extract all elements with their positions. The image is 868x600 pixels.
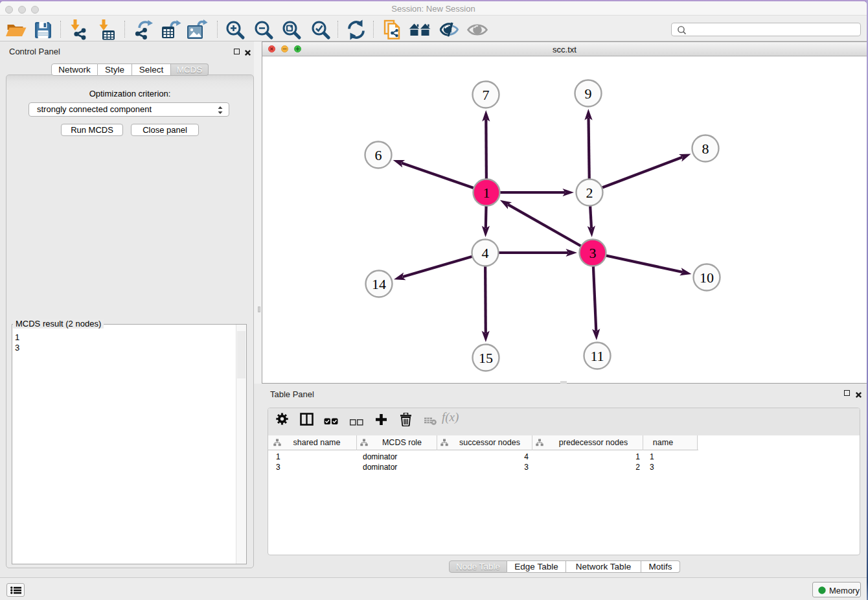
svg-text:10: 10 [700, 270, 714, 286]
svg-text:14: 14 [372, 276, 386, 292]
svg-text:15: 15 [479, 350, 493, 366]
svg-text:7: 7 [483, 87, 490, 103]
svg-text:1: 1 [483, 185, 490, 201]
svg-text:9: 9 [585, 86, 592, 102]
svg-text:6: 6 [375, 147, 382, 163]
svg-text:2: 2 [586, 185, 593, 201]
svg-text:3: 3 [589, 245, 597, 261]
svg-text:8: 8 [702, 141, 709, 157]
svg-text:4: 4 [482, 245, 489, 261]
svg-text:11: 11 [590, 348, 604, 364]
